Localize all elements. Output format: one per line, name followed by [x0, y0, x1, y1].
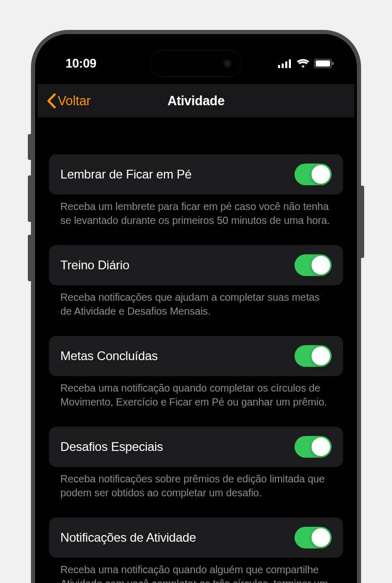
setting-row-daily-coaching[interactable]: Treino Diário — [49, 245, 343, 285]
svg-rect-0 — [278, 65, 280, 68]
setting-row-special-challenges[interactable]: Desafios Especiais — [49, 427, 343, 467]
toggle-knob — [312, 438, 330, 456]
setting-row-activity-notifications[interactable]: Notificações de Atividade — [49, 517, 343, 558]
setting-description: Receba uma notificação quando alguém que… — [49, 558, 343, 583]
toggle-knob — [312, 347, 330, 365]
setting-label: Desafios Especiais — [60, 440, 163, 454]
svg-rect-1 — [282, 63, 284, 68]
toggle-knob — [312, 528, 330, 547]
setting-label: Notificações de Atividade — [60, 530, 196, 545]
toggle-stand-reminders[interactable] — [295, 164, 332, 185]
signal-icon — [278, 59, 292, 68]
setting-row-goal-completions[interactable]: Metas Concluídas — [49, 336, 343, 376]
toggle-activity-notifications[interactable] — [295, 527, 332, 548]
status-icons — [278, 59, 334, 68]
setting-label: Metas Concluídas — [60, 349, 158, 363]
toggle-knob — [312, 165, 330, 184]
phone-power-button — [361, 186, 364, 258]
setting-row-stand-reminders[interactable]: Lembrar de Ficar em Pé — [49, 154, 343, 195]
toggle-daily-coaching[interactable] — [295, 254, 332, 276]
setting-label: Treino Diário — [60, 258, 129, 272]
phone-frame: 10:09 Vo — [31, 30, 361, 583]
page-container: 10:09 Vo — [0, 0, 392, 583]
back-label: Voltar — [58, 93, 91, 108]
svg-rect-6 — [332, 62, 334, 65]
setting-description: Receba notificações que ajudam a complet… — [49, 285, 343, 336]
setting-description: Receba notificações sobre prêmios de edi… — [49, 467, 343, 517]
setting-description: Receba uma notificação quando completar … — [49, 376, 343, 427]
chevron-left-icon — [47, 93, 56, 108]
status-time: 10:09 — [66, 56, 96, 71]
toggle-goal-completions[interactable] — [295, 345, 332, 367]
battery-icon — [314, 59, 334, 68]
back-button[interactable]: Voltar — [47, 93, 91, 108]
settings-content: Lembrar de Ficar em Pé Receba um lembret… — [38, 117, 354, 583]
front-camera-icon — [223, 59, 232, 68]
toggle-special-challenges[interactable] — [295, 436, 332, 458]
wifi-icon — [297, 59, 309, 68]
setting-description: Receba um lembrete para ficar em pé caso… — [49, 195, 343, 245]
setting-label: Lembrar de Ficar em Pé — [60, 167, 191, 182]
svg-rect-2 — [285, 61, 287, 68]
nav-bar: Voltar Atividade — [38, 84, 354, 117]
page-title: Atividade — [168, 93, 225, 108]
toggle-knob — [312, 256, 330, 274]
svg-rect-5 — [316, 60, 330, 67]
dynamic-island — [150, 50, 242, 77]
svg-rect-3 — [289, 59, 291, 68]
phone-screen: 10:09 Vo — [38, 37, 354, 583]
